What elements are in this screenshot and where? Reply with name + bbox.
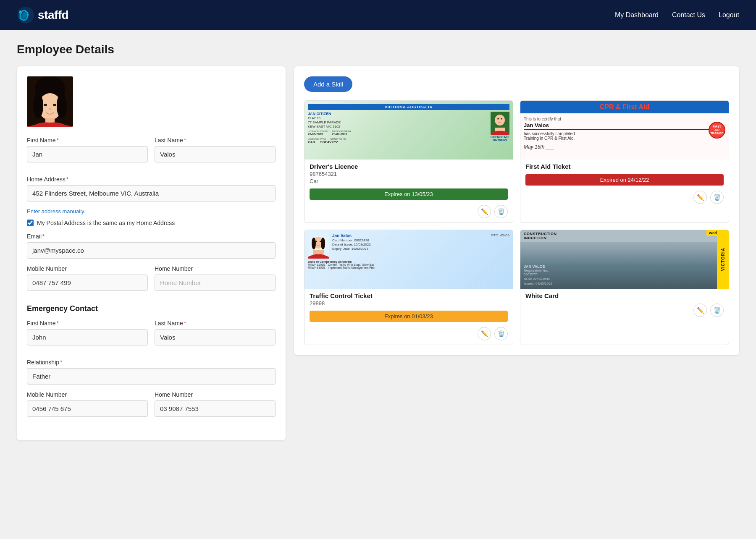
rto-number: RTO: 45408 (491, 233, 509, 237)
home-number-group: Home Number (155, 265, 276, 291)
license-name: JAN CITIZEN (308, 112, 487, 116)
emergency-first-name-input[interactable] (27, 329, 148, 345)
emergency-home-group: Home Number (155, 391, 276, 417)
victoria-stripe: VICTORIA (717, 230, 729, 289)
traffic-control-actions: ✏️ 🗑️ (304, 324, 513, 345)
drivers-licence-name: Driver's Licence (310, 163, 508, 170)
last-name-input[interactable] (155, 146, 276, 162)
white-card-actions: ✏️ 🗑️ (520, 301, 729, 321)
cpr-certify-text: This is to certify that (524, 117, 725, 121)
home-address-input[interactable] (27, 185, 276, 201)
competency-2: RIIWHS302E - Implement Traffic Managemen… (308, 266, 509, 269)
emergency-last-name-required: * (184, 320, 186, 327)
nav-contact[interactable]: Contact Us (672, 11, 705, 19)
drivers-licence-expiry: Expires on 13/05/23 (310, 188, 508, 200)
emergency-home-input[interactable] (155, 400, 276, 417)
drivers-licence-actions: ✏️ 🗑️ (304, 202, 513, 222)
relationship-label: Relationship* (27, 359, 276, 366)
first-name-input[interactable] (27, 146, 148, 162)
cpr-header: CPR & First Aid (520, 101, 729, 113)
emergency-last-name-group: Last Name* (155, 320, 276, 345)
nav-dashboard[interactable]: My Dashboard (615, 11, 659, 19)
address-manual-link[interactable]: Enter address manually. (27, 208, 276, 215)
last-name-group: Last Name* (155, 137, 276, 162)
white-card-header: CONSTRUCTIONINDUCTION (520, 230, 729, 242)
license-type-row: LICENCE TYPE CONDITIONS CARSBEAVXYZ (308, 137, 487, 144)
white-card-issued: Issued: 04/05/2022 (524, 282, 552, 285)
svg-point-12 (497, 118, 499, 120)
first-aid-delete-button[interactable]: 🗑️ (710, 191, 724, 204)
staffd-logo-icon (17, 6, 34, 24)
cpr-badge-text: FIRSTAIDTRAINED (710, 125, 723, 135)
left-panel: First Name* Last Name* Home Address* (17, 66, 286, 440)
name-row: First Name* Last Name* (27, 137, 276, 169)
victoria-text: VICTORIA (721, 248, 725, 271)
skill-card-white-card: CONSTRUCTIONINDUCTION WorkSafe VICTORIA … (520, 230, 729, 345)
white-card-dob: DOB: 22/08/1998 (524, 277, 552, 281)
traffic-issue-date: Date of Issue: 10/03/2022 (332, 243, 509, 246)
first-aid-name: First Aid Ticket (525, 163, 724, 170)
drivers-licence-delete-button[interactable]: 🗑️ (494, 205, 508, 218)
postal-checkbox-label: My Postal Address is the same as my Home… (37, 220, 175, 226)
svg-point-6 (53, 104, 56, 106)
add-skill-button[interactable]: Add a Skill (304, 76, 352, 92)
home-address-required: * (66, 176, 68, 183)
cpr-body: This is to certify that Jan Valos has su… (520, 113, 729, 153)
emergency-section-title: Emergency Contact (27, 304, 276, 313)
license-photo (491, 112, 509, 135)
traffic-control-expiry: Expires on 01/03/23 (310, 311, 508, 322)
logo-area: staffd (17, 6, 68, 24)
email-input[interactable] (27, 242, 276, 259)
emergency-last-name-input[interactable] (155, 329, 276, 345)
license-expiry-date: LICENCE EXPIRY 20-05-2019 (308, 130, 329, 136)
traffic-control-image: RTO: 45408 (304, 230, 513, 289)
emergency-phone-row: Mobile Number Home Number (27, 391, 276, 424)
mobile-number-label: Mobile Number (27, 265, 148, 272)
traffic-control-edit-button[interactable]: ✏️ (478, 327, 491, 340)
license-info: JAN CITIZEN FLAT 10 77 SAMPLE PARADE KEW… (308, 112, 487, 144)
relationship-input[interactable] (27, 368, 276, 385)
nav-logout[interactable]: Logout (719, 11, 739, 19)
emergency-mobile-input[interactable] (27, 400, 148, 417)
first-aid-expiry: Expired on 24/12/22 (525, 174, 724, 186)
svg-point-1 (19, 10, 22, 14)
white-card-info: JAN VALOS Registration No.:0005577 DOB: … (524, 264, 552, 285)
first-aid-edit-button[interactable]: ✏️ (693, 191, 707, 204)
white-card-name: JAN VALOS (524, 264, 552, 269)
traffic-card-number: Card Number: 00029898 (332, 238, 509, 242)
drivers-licence-number: 987654321 (310, 171, 508, 177)
cpr-header-text: CPR & First Aid (600, 103, 650, 110)
mobile-number-group: Mobile Number (27, 265, 148, 291)
traffic-expiry-date: Expiry Date: 10/03/2025 (332, 247, 509, 251)
white-card-edit-button[interactable]: ✏️ (693, 304, 707, 317)
emergency-first-name-label: First Name* (27, 320, 148, 327)
emergency-mobile-group: Mobile Number (27, 391, 148, 417)
postal-checkbox-row: My Postal Address is the same as my Home… (27, 220, 276, 226)
home-number-input[interactable] (155, 275, 276, 291)
postal-checkbox[interactable] (27, 220, 34, 226)
white-card-image: CONSTRUCTIONINDUCTION WorkSafe VICTORIA … (520, 230, 729, 289)
license-dates: LICENCE EXPIRY 20-05-2019 DATE OF BIRTH … (308, 130, 487, 136)
license-dob: DATE OF BIRTH 29-07-1983 (332, 130, 351, 136)
drivers-licence-sub: Car (310, 178, 508, 184)
skill-card-drivers-licence: VICTORIA AUSTRALIA JAN CITIZEN FLAT 10 7… (304, 100, 513, 223)
drivers-licence-edit-button[interactable]: ✏️ (478, 205, 491, 218)
relationship-group: Relationship* (27, 359, 276, 385)
emergency-name-row: First Name* Last Name* (27, 320, 276, 352)
home-number-label: Home Number (155, 265, 276, 272)
white-card-delete-button[interactable]: 🗑️ (710, 304, 724, 317)
emergency-first-name-required: * (56, 320, 58, 327)
svg-point-7 (33, 93, 43, 118)
relationship-required: * (60, 359, 62, 366)
first-aid-actions: ✏️ 🗑️ (520, 188, 729, 208)
svg-point-5 (44, 104, 47, 106)
profile-photo-image (27, 76, 73, 127)
mobile-number-input[interactable] (27, 275, 148, 291)
svg-point-11 (495, 115, 505, 126)
first-name-required: * (56, 137, 58, 144)
traffic-control-delete-button[interactable]: 🗑️ (494, 327, 508, 340)
email-group: Email* (27, 233, 276, 259)
profile-photo[interactable] (27, 76, 73, 127)
competency-1: RIIWHS205E - Control Traffic With Stop /… (308, 263, 509, 266)
home-address-group: Home Address* (27, 176, 276, 201)
